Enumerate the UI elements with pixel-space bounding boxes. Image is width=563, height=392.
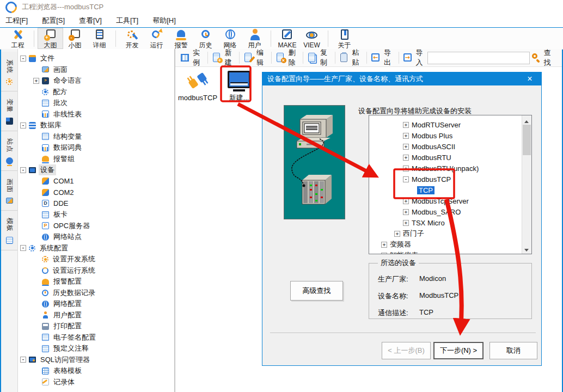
tree-item[interactable]: 预定义注释 <box>18 343 174 354</box>
toolbar-button-project[interactable]: 工程 <box>5 28 30 48</box>
device-tree-item[interactable]: +变频器 <box>369 239 522 250</box>
scroll-up-icon[interactable] <box>522 115 531 124</box>
magnifier-icon[interactable] <box>531 52 542 63</box>
toolbar-button-small-icons[interactable]: 小图 <box>63 28 87 48</box>
tree-item[interactable]: OPC服务器 <box>18 220 174 232</box>
edit-toolbar-button-edit[interactable]: 编辑 <box>243 48 267 68</box>
tree-item[interactable]: 记录体 <box>18 377 174 388</box>
expand-toggle[interactable]: + <box>381 242 387 248</box>
menu-item-tools[interactable]: 工具[T] <box>116 16 138 26</box>
device-tree-item[interactable]: TCP <box>369 185 522 195</box>
tree-item[interactable]: 报警配置 <box>18 276 174 287</box>
tree-item[interactable]: -数据库 <box>18 120 174 131</box>
tree-item[interactable]: COM2 <box>18 187 174 198</box>
tree-item[interactable]: 板卡 <box>18 209 174 220</box>
expand-toggle[interactable]: + <box>403 220 409 226</box>
advanced-find-button[interactable]: 高级查找 <box>290 281 343 301</box>
device-tree-item[interactable]: +ModbusASCII <box>369 141 522 152</box>
tree-item[interactable]: 数据词典 <box>18 142 174 154</box>
edit-toolbar-button-instance[interactable]: 实例 <box>180 48 204 68</box>
workspace-item-new-device[interactable]: 新建... <box>221 71 257 103</box>
toolbar-button-view[interactable]: VIEW <box>299 28 324 48</box>
expand-toggle[interactable]: - <box>20 167 26 173</box>
toolbar-button-run[interactable]: 运行 <box>144 28 169 48</box>
tree-item[interactable]: -SQL访问管理器 <box>18 354 174 366</box>
scroll-down-icon[interactable] <box>522 245 531 254</box>
toolbar-button-develop[interactable]: 开发 <box>120 28 144 48</box>
device-tree-item[interactable]: +ModbusRTU(unpack) <box>369 163 522 174</box>
toolbar-button-user[interactable]: 用户 <box>242 28 267 48</box>
tree-item[interactable]: 网络站点 <box>18 231 174 243</box>
device-tree-item[interactable]: +Modbus Plus <box>369 130 522 141</box>
tree-item[interactable]: DDE <box>18 198 174 210</box>
expand-toggle[interactable]: + <box>33 78 39 84</box>
tree-item[interactable]: 设置运行系统 <box>18 265 174 277</box>
edit-toolbar-button-new[interactable]: 新建 <box>212 48 236 68</box>
toolbar-button-make[interactable]: MAKE <box>275 28 299 48</box>
toolbar-button-network[interactable]: 网络 <box>218 28 242 48</box>
tree-item[interactable]: 表格模板 <box>18 365 174 377</box>
device-tree-item[interactable]: -ModbusTCP <box>369 174 522 185</box>
dialog-titlebar[interactable]: 设备配置向导——生产厂家、设备名称、通讯方式 × <box>262 72 541 85</box>
expand-toggle[interactable]: - <box>403 176 409 182</box>
back-button[interactable]: < 上一步(B) <box>382 342 431 359</box>
device-tree-item[interactable]: +TSX Micro <box>369 217 522 228</box>
device-tree-item[interactable]: +ModbusRTU <box>369 152 522 163</box>
edit-toolbar-button-paste[interactable]: 粘贴 <box>339 48 363 68</box>
tree-item[interactable]: 电子签名配置 <box>18 332 174 344</box>
menu-item-help[interactable]: 帮助[H] <box>152 16 176 26</box>
tree-item[interactable]: COM1 <box>18 176 174 187</box>
device-tree-item[interactable]: +Modbus_SARO <box>369 206 522 217</box>
device-tree-item[interactable]: +ModbusTcpServer <box>369 195 522 206</box>
toolbar-button-history[interactable]: 历史 <box>193 28 218 48</box>
expand-toggle[interactable]: + <box>403 155 409 161</box>
expand-toggle[interactable]: - <box>20 122 26 128</box>
expand-toggle[interactable]: - <box>20 56 26 62</box>
search-input[interactable] <box>427 52 530 64</box>
expand-toggle[interactable]: + <box>403 166 409 171</box>
tree-item[interactable]: 批次 <box>18 97 174 109</box>
menu-item-view[interactable]: 查看[V] <box>79 16 102 26</box>
tree-item[interactable]: -文件 <box>18 53 174 64</box>
tree-item[interactable]: +命令语言 <box>18 75 174 87</box>
toolbar-button-about[interactable]: 关于 <box>332 28 357 48</box>
scroll-thumb[interactable] <box>523 125 531 155</box>
side-tab-screens[interactable]: 画面 <box>1 171 17 211</box>
edit-toolbar-button-import[interactable]: 导入 <box>403 48 427 68</box>
tree-item[interactable]: 设置开发系统 <box>18 254 174 265</box>
side-tab-templates[interactable]: 模板 <box>1 211 17 250</box>
side-tab-variables[interactable]: 变量 <box>1 91 17 131</box>
toolbar-button-large-icons[interactable]: 大图 <box>38 28 63 48</box>
edit-toolbar-button-copy[interactable]: 复制 <box>307 48 331 68</box>
device-tree-item[interactable]: +西门子 <box>369 228 522 239</box>
device-tree-item[interactable]: +ModRTUServer <box>369 119 522 130</box>
tree-item[interactable]: 报警组 <box>18 154 174 165</box>
edit-toolbar-button-export[interactable]: 导出 <box>371 48 395 68</box>
expand-toggle[interactable]: + <box>403 198 409 204</box>
expand-toggle[interactable]: + <box>381 253 387 254</box>
find-label[interactable]: 查找 <box>544 48 556 68</box>
edit-toolbar-button-delete[interactable]: 删除 <box>276 48 299 68</box>
tree-item[interactable]: 配方 <box>18 87 174 98</box>
tree-item[interactable]: -设备 <box>18 164 174 176</box>
side-tab-system[interactable]: 系统 <box>1 52 17 91</box>
tree-item[interactable]: 结构变量 <box>18 131 174 143</box>
tree-item[interactable]: 用户配置 <box>18 310 174 321</box>
close-icon[interactable]: × <box>518 72 541 85</box>
menu-item-project[interactable]: 工程[F] <box>5 16 28 26</box>
expand-toggle[interactable]: - <box>20 245 26 251</box>
tree-item[interactable]: 非线性表 <box>18 109 174 120</box>
toolbar-button-details[interactable]: 详细 <box>87 28 112 48</box>
expand-toggle[interactable]: - <box>20 357 26 363</box>
tree-item[interactable]: 画面 <box>18 64 174 76</box>
side-tab-stations[interactable]: 站点 <box>1 131 17 171</box>
menu-item-config[interactable]: 配置[S] <box>42 16 65 26</box>
device-tree-item[interactable]: +智能仪表 <box>369 250 522 254</box>
toolbar-button-alarm[interactable]: 报警 <box>169 28 193 48</box>
scrollbar[interactable] <box>522 115 531 254</box>
expand-toggle[interactable]: + <box>403 209 409 215</box>
expand-toggle[interactable]: + <box>394 231 400 237</box>
tree-item[interactable]: 网络配置 <box>18 298 174 310</box>
workspace-item-modbustcp[interactable]: modbusTCP <box>180 71 216 102</box>
tree-item[interactable]: 打印配置 <box>18 321 174 332</box>
